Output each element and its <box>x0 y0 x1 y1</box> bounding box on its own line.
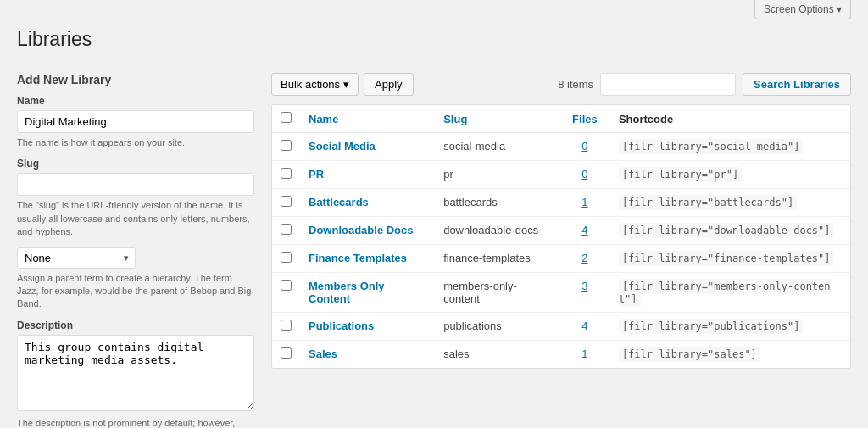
row-files-cell: 1 <box>559 341 610 369</box>
shortcode-column-header: Shortcode <box>610 105 850 133</box>
row-shortcode-cell: [filr library="sales"] <box>610 341 850 369</box>
row-files-link[interactable]: 1 <box>581 347 587 360</box>
row-shortcode-value: [filr library="sales"] <box>619 347 760 362</box>
slug-column-header[interactable]: Slug <box>435 105 559 133</box>
row-checkbox[interactable] <box>281 280 292 291</box>
name-hint: The name is how it appears on your site. <box>17 136 254 149</box>
items-count: 8 items <box>558 78 593 91</box>
row-files-link[interactable]: 4 <box>581 224 587 236</box>
parent-field-group: None Assign a parent term to create a hi… <box>17 247 254 311</box>
bulk-actions-button[interactable]: Bulk actions ▾ <box>271 73 359 96</box>
row-checkbox-cell <box>272 245 300 273</box>
table-row: PR pr 0 [filr library="pr"] <box>272 161 850 189</box>
libraries-table: Name Slug Files Shortcode Social Media s… <box>272 105 850 368</box>
row-checkbox[interactable] <box>281 168 292 179</box>
row-name-link[interactable]: PR <box>309 168 324 181</box>
row-shortcode-cell: [filr library="members-only-content"] <box>610 273 850 313</box>
table-row: Social Media social-media 0 [filr librar… <box>272 133 850 161</box>
description-field-group: Description This group contains digital … <box>17 320 254 428</box>
toolbar: Bulk actions ▾ Apply 8 items Search Libr… <box>271 73 851 96</box>
row-checkbox[interactable] <box>281 347 292 359</box>
row-name-cell: Battlecards <box>300 189 435 217</box>
name-label: Name <box>17 95 254 107</box>
apply-button[interactable]: Apply <box>364 73 414 96</box>
row-name-link[interactable]: Finance Templates <box>309 252 407 264</box>
row-shortcode-cell: [filr library="battlecards"] <box>610 189 850 217</box>
row-name-link[interactable]: Sales <box>309 347 337 360</box>
row-name-link[interactable]: Battlecards <box>309 196 369 208</box>
name-column-header[interactable]: Name <box>300 105 435 133</box>
table-row: Sales sales 1 [filr library="sales"] <box>272 341 850 369</box>
row-files-link[interactable]: 0 <box>581 168 587 181</box>
row-files-cell: 0 <box>559 161 610 189</box>
row-slug-cell: battlecards <box>435 189 559 217</box>
row-slug-cell: members-only-content <box>435 273 559 313</box>
row-name-link[interactable]: Social Media <box>309 140 376 153</box>
slug-input[interactable] <box>17 173 254 196</box>
select-all-header <box>272 105 300 133</box>
table-row: Publications publications 4 [filr librar… <box>272 313 850 341</box>
row-checkbox-cell <box>272 133 300 161</box>
row-files-cell: 3 <box>559 273 610 313</box>
row-name-link[interactable]: Publications <box>309 320 374 332</box>
screen-options-button[interactable]: Screen Options ▾ <box>754 0 851 19</box>
row-name-cell: PR <box>300 161 435 189</box>
toolbar-left: Bulk actions ▾ Apply <box>271 73 414 96</box>
name-input[interactable] <box>17 110 254 133</box>
row-name-link[interactable]: Members Only Content <box>309 280 385 305</box>
row-files-link[interactable]: 4 <box>581 320 587 332</box>
row-shortcode-value: [filr library="battlecards"] <box>619 195 797 210</box>
row-checkbox-cell <box>272 273 300 313</box>
row-slug-cell: downloadable-docs <box>435 217 559 245</box>
table-row: Members Only Content members-only-conten… <box>272 273 850 313</box>
search-libraries-button[interactable]: Search Libraries <box>743 73 851 96</box>
search-libraries-input[interactable] <box>600 73 736 96</box>
row-checkbox-cell <box>272 161 300 189</box>
row-files-link[interactable]: 0 <box>581 140 587 153</box>
description-hint: The description is not prominent by defa… <box>17 417 254 428</box>
row-checkbox[interactable] <box>281 196 292 207</box>
row-name-link[interactable]: Downloadable Docs <box>309 224 414 236</box>
row-checkbox-cell <box>272 313 300 341</box>
row-name-cell: Social Media <box>300 133 435 161</box>
row-name-cell: Sales <box>300 341 435 369</box>
row-name-cell: Finance Templates <box>300 245 435 273</box>
row-files-cell: 2 <box>559 245 610 273</box>
row-shortcode-value: [filr library="social-media"] <box>619 139 804 154</box>
bulk-actions-chevron-icon: ▾ <box>343 78 349 91</box>
row-checkbox[interactable] <box>281 224 292 235</box>
row-checkbox[interactable] <box>281 140 292 151</box>
table-row: Battlecards battlecards 1 [filr library=… <box>272 189 850 217</box>
row-shortcode-cell: [filr library="publications"] <box>610 313 850 341</box>
row-files-cell: 4 <box>559 313 610 341</box>
row-shortcode-value: [filr library="pr"] <box>619 167 742 182</box>
description-textarea[interactable]: This group contains digital marketing me… <box>17 335 254 411</box>
select-all-checkbox[interactable] <box>281 112 292 123</box>
libraries-table-wrapper: Name Slug Files Shortcode Social Media s… <box>271 104 851 369</box>
row-shortcode-value: [filr library="downloadable-docs"] <box>619 223 834 238</box>
row-name-cell: Publications <box>300 313 435 341</box>
page-title: Libraries <box>0 19 868 51</box>
row-slug-cell: pr <box>435 161 559 189</box>
row-files-link[interactable]: 2 <box>581 252 587 264</box>
row-files-link[interactable]: 1 <box>581 196 587 208</box>
add-new-library-form: Add New Library Name The name is how it … <box>17 73 254 428</box>
row-shortcode-cell: [filr library="downloadable-docs"] <box>610 217 850 245</box>
files-column-header[interactable]: Files <box>559 105 610 133</box>
description-label: Description <box>17 320 254 331</box>
slug-hint: The "slug" is the URL-friendly version o… <box>17 199 254 238</box>
row-shortcode-cell: [filr library="pr"] <box>610 161 850 189</box>
row-files-cell: 4 <box>559 217 610 245</box>
row-checkbox[interactable] <box>281 320 292 331</box>
row-checkbox[interactable] <box>281 252 292 263</box>
parent-hint: Assign a parent term to create a hierarc… <box>17 272 254 311</box>
row-slug-cell: sales <box>435 341 559 369</box>
add-new-form-title: Add New Library <box>17 73 254 86</box>
row-files-link[interactable]: 3 <box>581 280 587 292</box>
row-checkbox-cell <box>272 217 300 245</box>
slug-label: Slug <box>17 158 254 170</box>
parent-select[interactable]: None <box>17 247 136 269</box>
slug-field-group: Slug The "slug" is the URL-friendly vers… <box>17 158 254 238</box>
row-slug-cell: social-media <box>435 133 559 161</box>
table-row: Finance Templates finance-templates 2 [f… <box>272 245 850 273</box>
